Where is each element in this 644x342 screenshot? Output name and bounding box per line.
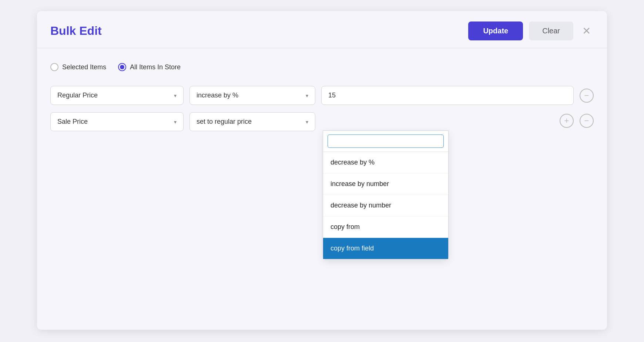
dropdown-search-input[interactable] — [328, 135, 444, 148]
radio-all-items-circle — [118, 63, 126, 71]
bulk-edit-modal: Bulk Edit Update Clear ✕ Selected Items … — [37, 11, 607, 330]
field-select-regular-price[interactable]: Regular Price ▾ — [50, 86, 184, 105]
radio-all-items-dot — [120, 65, 124, 69]
update-button[interactable]: Update — [468, 21, 523, 40]
modal-title: Bulk Edit — [50, 24, 102, 38]
field-select-sale-price-label: Sale Price — [57, 118, 88, 126]
remove-row-sale-price-button[interactable]: − — [580, 114, 594, 128]
operation-select-regular-price-chevron: ▾ — [306, 93, 308, 99]
radio-all-items[interactable]: All Items In Store — [118, 63, 181, 71]
modal-body: Selected Items All Items In Store Regula… — [37, 48, 607, 152]
operation-select-sale-price-label: set to regular price — [197, 118, 252, 126]
field-select-regular-price-chevron: ▾ — [174, 93, 177, 99]
header-actions: Update Clear ✕ — [468, 21, 594, 40]
dropdown-item-increase-number[interactable]: increase by number — [323, 173, 448, 195]
operation-dropdown: decrease by % increase by number decreas… — [323, 130, 449, 260]
field-select-sale-price-chevron: ▾ — [174, 119, 177, 125]
dropdown-search-area — [323, 131, 448, 152]
clear-button[interactable]: Clear — [529, 21, 573, 40]
radio-selected-items-label: Selected Items — [62, 63, 106, 71]
radio-all-items-label: All Items In Store — [130, 63, 181, 71]
field-select-sale-price[interactable]: Sale Price ▾ — [50, 112, 184, 131]
value-input-regular-price[interactable] — [321, 86, 574, 105]
radio-selected-items-circle — [50, 63, 58, 71]
operation-select-regular-price-label: increase by % — [197, 92, 238, 99]
dropdown-item-decrease-number[interactable]: decrease by number — [323, 195, 448, 216]
dropdown-item-copy-from-field[interactable]: copy from field — [323, 238, 448, 259]
modal-header: Bulk Edit Update Clear ✕ — [37, 11, 607, 48]
radio-group: Selected Items All Items In Store — [50, 63, 594, 71]
operation-select-sale-price-chevron: ▾ — [306, 119, 308, 125]
field-select-regular-price-label: Regular Price — [57, 92, 98, 99]
radio-selected-items[interactable]: Selected Items — [50, 63, 106, 71]
row-regular-price: Regular Price ▾ increase by % ▾ − — [50, 86, 594, 105]
add-row-sale-price-button[interactable]: + — [560, 114, 574, 128]
operation-select-regular-price[interactable]: increase by % ▾ — [189, 86, 315, 105]
dropdown-item-copy-from[interactable]: copy from — [323, 216, 448, 238]
dropdown-list: decrease by % increase by number decreas… — [323, 152, 448, 259]
close-button[interactable]: ✕ — [579, 24, 594, 38]
dropdown-item-decrease-pct[interactable]: decrease by % — [323, 152, 448, 173]
row-sale-price: Sale Price ▾ set to regular price ▾ decr… — [50, 112, 594, 131]
operation-select-sale-price[interactable]: set to regular price ▾ — [189, 112, 315, 131]
remove-row-regular-price-button[interactable]: − — [580, 89, 594, 103]
